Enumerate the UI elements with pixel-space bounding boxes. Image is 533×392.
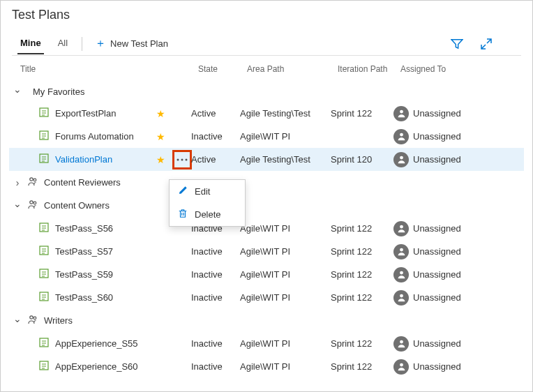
assigned-cell: Unassigned: [393, 129, 520, 144]
test-plan-title[interactable]: AppExperience_S55: [55, 338, 148, 349]
more-actions-button[interactable]: [174, 152, 190, 167]
people-icon: [27, 314, 38, 327]
tab-all[interactable]: All: [50, 33, 76, 54]
table-header: Title State Area Path Iteration Path Ass…: [9, 56, 524, 81]
new-test-plan-label: New Test Plan: [110, 38, 168, 49]
test-plan-row[interactable]: AppExperience_S55InactiveAgile\WIT PISpr…: [9, 332, 524, 355]
svg-point-8: [400, 156, 403, 160]
svg-point-22: [33, 317, 36, 319]
pencil-icon: [178, 186, 188, 197]
column-iteration[interactable]: Iteration Path: [338, 64, 400, 74]
svg-point-21: [30, 316, 33, 319]
star-icon[interactable]: ★: [153, 131, 167, 142]
table-body: ⌄My FavoritesExportTestPlan★ActiveAgile …: [9, 81, 524, 378]
test-plan-row[interactable]: TestPass_S60InactiveAgile\WIT PISprint 1…: [9, 286, 524, 309]
assigned-cell: Unassigned: [393, 359, 520, 375]
column-assigned[interactable]: Assigned To: [400, 64, 513, 74]
test-plan-title[interactable]: TestPass_S59: [55, 269, 148, 280]
area-cell: Agile Testing\Test: [240, 154, 331, 165]
expand-icon[interactable]: [479, 37, 493, 51]
people-icon: [27, 199, 38, 212]
assigned-label: Unassigned: [413, 154, 461, 165]
test-plan-row[interactable]: ExportTestPlan★ActiveAgile Testing\TestS…: [9, 102, 524, 125]
avatar-icon: [393, 290, 409, 306]
iteration-cell: Sprint 122: [331, 246, 393, 257]
group-row[interactable]: ⌄My Favorites: [9, 81, 524, 102]
column-state[interactable]: State: [198, 64, 247, 74]
test-plan-row[interactable]: Forums Automation★InactiveAgile\WIT PIUn…: [9, 125, 524, 148]
avatar-icon: [393, 106, 409, 121]
plus-icon: ＋: [95, 36, 106, 51]
state-cell: Active: [191, 108, 240, 119]
context-menu: Edit Delete: [169, 179, 246, 227]
new-test-plan-button[interactable]: ＋ New Test Plan: [88, 32, 175, 55]
people-icon: [27, 176, 38, 189]
area-cell: Agile\WIT PI: [240, 131, 331, 142]
svg-point-20: [400, 294, 403, 298]
chevron-icon[interactable]: ⌄: [13, 84, 22, 95]
iteration-cell: Sprint 120: [331, 154, 393, 165]
group-row[interactable]: ⌄Writers: [9, 309, 524, 332]
assigned-label: Unassigned: [413, 338, 461, 349]
test-plan-title[interactable]: TestPass_S60: [55, 292, 148, 303]
area-cell: Agile\WIT PI: [240, 292, 331, 303]
context-menu-delete-label: Delete: [195, 209, 221, 220]
star-icon[interactable]: ★: [153, 154, 167, 165]
test-plan-icon: [38, 337, 50, 350]
filter-icon[interactable]: [450, 37, 464, 51]
test-plan-icon: [38, 130, 50, 143]
group-row[interactable]: ⌄Content Owners: [9, 194, 524, 217]
svg-point-7: [186, 158, 188, 160]
test-plan-title[interactable]: ValidationPlan: [55, 154, 148, 165]
tab-mine[interactable]: Mine: [12, 33, 50, 54]
svg-point-9: [30, 178, 33, 181]
avatar-icon: [393, 336, 409, 352]
assigned-label: Unassigned: [413, 361, 461, 372]
area-cell: Agile\WIT PI: [240, 269, 331, 280]
iteration-cell: Sprint 122: [331, 269, 393, 280]
assigned-cell: Unassigned: [393, 106, 520, 121]
iteration-cell: Sprint 122: [331, 292, 393, 303]
chevron-icon[interactable]: ⌄: [13, 313, 22, 324]
test-plan-title[interactable]: Forums Automation: [55, 131, 148, 142]
group-row[interactable]: ›Content Reviewers: [9, 171, 524, 194]
test-plan-title[interactable]: TestPass_S57: [55, 246, 148, 257]
test-plan-row[interactable]: AppExperience_S60InactiveAgile\WIT PISpr…: [9, 355, 524, 378]
state-cell: Inactive: [191, 246, 240, 257]
svg-point-6: [181, 158, 183, 160]
test-plan-title[interactable]: AppExperience_S60: [55, 361, 148, 372]
test-plan-icon: [38, 360, 50, 373]
state-cell: Inactive: [191, 361, 240, 372]
test-plan-title[interactable]: ExportTestPlan: [55, 108, 148, 119]
column-area[interactable]: Area Path: [247, 64, 338, 74]
context-menu-edit-label: Edit: [195, 186, 210, 197]
svg-point-26: [400, 363, 403, 367]
test-plan-row[interactable]: TestPass_S57InactiveAgile\WIT PISprint 1…: [9, 240, 524, 263]
star-icon[interactable]: ★: [153, 108, 167, 119]
context-menu-delete[interactable]: Delete: [170, 203, 245, 226]
avatar-icon: [393, 244, 409, 259]
test-plan-row[interactable]: TestPass_S56InactiveAgile\WIT PISprint 1…: [9, 217, 524, 240]
column-title[interactable]: Title: [20, 64, 198, 74]
svg-point-5: [177, 158, 179, 160]
tabs-bar: Mine All ＋ New Test Plan: [12, 32, 521, 56]
context-menu-edit[interactable]: Edit: [170, 180, 245, 203]
state-cell: Inactive: [191, 292, 240, 303]
area-cell: Agile\WIT PI: [240, 223, 331, 234]
test-plan-icon: [38, 245, 50, 258]
svg-point-1: [400, 110, 403, 114]
state-cell: Inactive: [191, 269, 240, 280]
test-plan-row[interactable]: ValidationPlan★ActiveAgile Testing\TestS…: [9, 148, 524, 171]
chevron-icon[interactable]: ⌄: [13, 198, 22, 209]
test-plan-title[interactable]: TestPass_S56: [55, 223, 148, 234]
avatar-icon: [393, 359, 409, 375]
test-plan-row[interactable]: TestPass_S59InactiveAgile\WIT PISprint 1…: [9, 263, 524, 286]
assigned-cell: Unassigned: [393, 152, 520, 167]
group-name: Content Owners: [44, 200, 110, 211]
group-name: My Favorites: [33, 86, 84, 97]
assigned-label: Unassigned: [413, 269, 461, 280]
chevron-icon[interactable]: ›: [13, 177, 22, 188]
assigned-cell: Unassigned: [393, 336, 520, 352]
area-cell: Agile\WIT PI: [240, 338, 331, 349]
svg-point-11: [30, 201, 33, 204]
